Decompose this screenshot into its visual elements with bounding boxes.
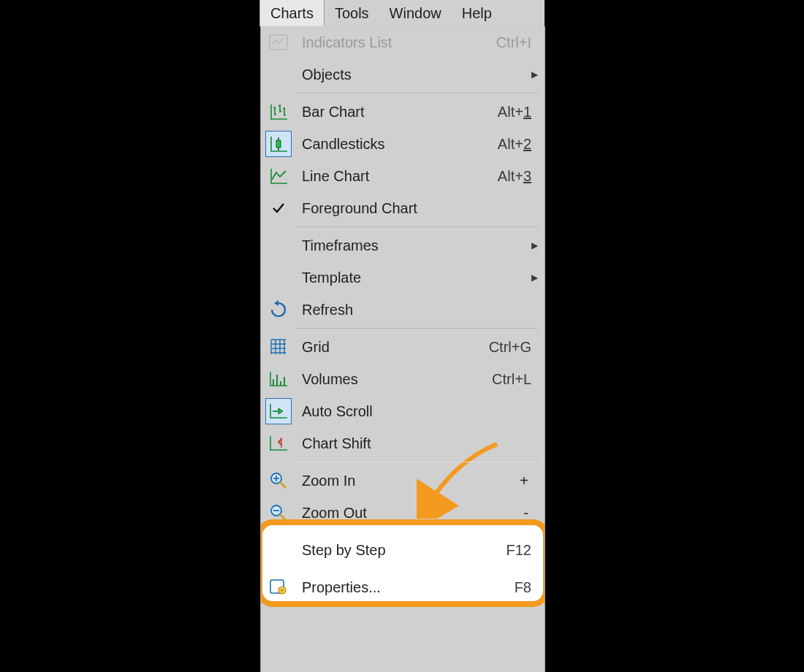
zoom-in-icon xyxy=(266,468,291,493)
menu-accel: Alt+2 xyxy=(480,136,545,153)
menu-zoom-out[interactable]: Zoom Out - xyxy=(261,497,545,529)
menubar-window[interactable]: Window xyxy=(379,0,452,26)
menu-accel: Alt+3 xyxy=(480,168,545,185)
menu-chart-shift[interactable]: Chart Shift xyxy=(261,427,545,459)
charts-menu-panel: Charts Tools Window Help Indicators List… xyxy=(259,0,545,672)
menu-indicators-list: Indicators List Ctrl+I xyxy=(261,26,545,58)
menubar-tools[interactable]: Tools xyxy=(325,0,379,26)
submenu-arrow-icon: ▶ xyxy=(531,69,545,80)
menu-auto-scroll[interactable]: Auto Scroll xyxy=(261,395,545,427)
auto-scroll-icon xyxy=(265,398,292,424)
menu-accel: - xyxy=(507,505,545,522)
svg-line-15 xyxy=(280,514,286,520)
menu-accel: Ctrl+L xyxy=(480,371,545,388)
menu-label: Step by Step xyxy=(296,542,480,559)
menu-properties[interactable]: Properties... F8 xyxy=(261,571,545,603)
menu-timeframes[interactable]: Timeframes ▶ xyxy=(261,229,545,261)
menu-accel: Ctrl+I xyxy=(480,34,545,51)
separator xyxy=(296,226,537,227)
check-icon xyxy=(266,196,291,221)
grid-icon xyxy=(266,335,291,359)
menu-label: Indicators List xyxy=(296,34,480,51)
menu-volumes[interactable]: Volumes Ctrl+L xyxy=(261,363,545,395)
separator xyxy=(296,531,537,532)
menu-label: Zoom In xyxy=(296,473,507,489)
menu-label: Template xyxy=(296,270,467,286)
menu-accel: + xyxy=(507,473,545,489)
menu-objects[interactable]: Objects ▶ xyxy=(261,58,545,91)
menu-label: Bar Chart xyxy=(296,104,480,121)
menu-step-by-step[interactable]: Step by Step F12 xyxy=(261,534,545,566)
menu-label: Auto Scroll xyxy=(296,403,480,420)
volumes-icon xyxy=(266,367,291,392)
line-chart-icon xyxy=(266,164,291,188)
menu-label: Timeframes xyxy=(296,237,467,254)
menu-template[interactable]: Template ▶ xyxy=(261,261,545,294)
menu-label: Line Chart xyxy=(296,168,480,185)
charts-dropdown: Indicators List Ctrl+I Objects ▶ Bar Cha… xyxy=(260,26,545,672)
submenu-arrow-icon: ▶ xyxy=(531,272,545,283)
submenu-arrow-icon: ▶ xyxy=(531,240,545,251)
separator xyxy=(296,328,537,329)
menu-label: Candlesticks xyxy=(296,136,480,153)
properties-icon xyxy=(266,575,291,600)
menu-label: Objects xyxy=(296,66,467,83)
zoom-out-icon xyxy=(266,500,291,525)
menu-accel: Alt+1 xyxy=(480,104,545,121)
menu-grid[interactable]: Grid Ctrl+G xyxy=(261,331,545,363)
menubar: Charts Tools Window Help xyxy=(259,0,545,26)
menu-refresh[interactable]: Refresh xyxy=(261,294,545,326)
menu-label: Volumes xyxy=(296,371,480,388)
menu-bar-chart[interactable]: Bar Chart Alt+1 xyxy=(261,96,545,128)
menubar-charts[interactable]: Charts xyxy=(259,0,325,26)
menubar-help[interactable]: Help xyxy=(452,0,502,26)
menu-label: Properties... xyxy=(296,579,480,596)
bar-chart-icon xyxy=(266,99,291,124)
svg-line-12 xyxy=(280,482,286,488)
menu-label: Chart Shift xyxy=(296,435,480,452)
separator xyxy=(296,568,537,569)
svg-point-18 xyxy=(281,589,283,591)
refresh-icon xyxy=(266,297,291,322)
menu-line-chart[interactable]: Line Chart Alt+3 xyxy=(261,160,545,192)
menu-label: Grid xyxy=(296,339,480,356)
menu-foreground-chart[interactable]: Foreground Chart xyxy=(261,192,545,224)
menu-label: Refresh xyxy=(296,302,480,318)
separator xyxy=(296,93,537,93)
chart-shift-icon xyxy=(266,431,291,456)
menu-accel: Ctrl+G xyxy=(480,339,545,356)
menu-label: Zoom Out xyxy=(296,505,507,522)
menu-label: Foreground Chart xyxy=(296,200,480,217)
menu-accel: F8 xyxy=(480,579,545,596)
separator xyxy=(296,462,537,462)
candlestick-icon xyxy=(265,131,292,157)
menu-candlesticks[interactable]: Candlesticks Alt+2 xyxy=(261,128,545,160)
menu-zoom-in[interactable]: Zoom In + xyxy=(261,465,545,497)
svg-rect-1 xyxy=(276,140,281,148)
indicators-icon xyxy=(266,30,291,55)
menu-accel: F12 xyxy=(480,542,545,559)
